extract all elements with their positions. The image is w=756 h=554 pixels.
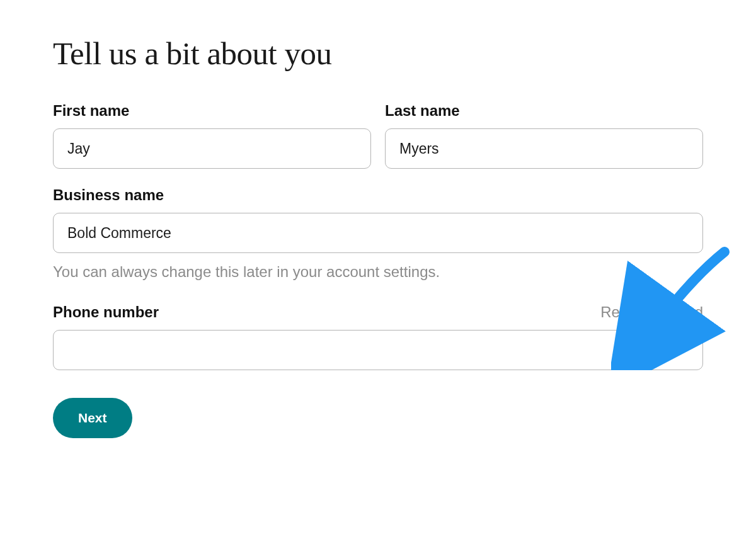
last-name-label: Last name	[385, 102, 703, 120]
page-title: Tell us a bit about you	[53, 35, 703, 72]
first-name-label: First name	[53, 102, 371, 120]
first-name-field: First name	[53, 102, 371, 169]
phone-label: Phone number	[53, 303, 159, 321]
next-button[interactable]: Next	[53, 398, 132, 438]
phone-label-row: Phone number Recommended	[53, 303, 703, 321]
next-button-label: Next	[78, 410, 107, 426]
last-name-input[interactable]	[385, 128, 703, 169]
last-name-field: Last name	[385, 102, 703, 169]
business-name-helper: You can always change this later in your…	[53, 263, 703, 281]
phone-field: Phone number Recommended	[53, 303, 703, 370]
phone-input[interactable]	[53, 330, 703, 370]
onboarding-form: Tell us a bit about you First name Last …	[0, 0, 756, 438]
first-name-input[interactable]	[53, 128, 371, 169]
business-name-label: Business name	[53, 186, 703, 204]
business-name-input[interactable]	[53, 213, 703, 253]
name-row: First name Last name	[53, 102, 703, 169]
phone-recommended-hint: Recommended	[600, 303, 703, 321]
business-name-field: Business name You can always change this…	[53, 186, 703, 303]
